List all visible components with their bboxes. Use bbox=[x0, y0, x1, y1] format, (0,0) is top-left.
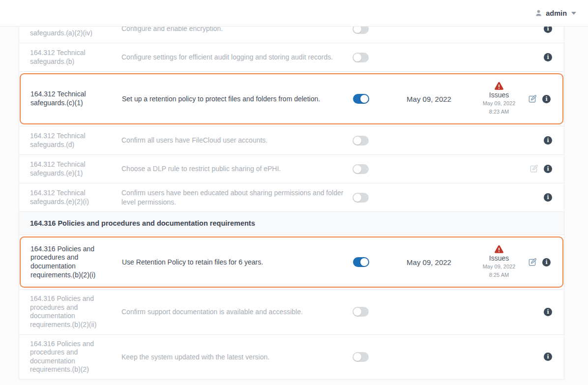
highlighted-row-wrap: 164.312 Technical safeguards.(c)(1)Set u… bbox=[19, 72, 564, 126]
toggle-knob bbox=[353, 353, 361, 361]
applied-date: May 09, 2022 bbox=[376, 258, 482, 267]
row-actions: i bbox=[516, 193, 564, 202]
issues-label: Issues bbox=[489, 91, 509, 99]
chevron-down-icon bbox=[571, 12, 576, 15]
toggle-cell bbox=[346, 94, 376, 104]
toggle-switch[interactable] bbox=[353, 27, 369, 34]
info-icon[interactable]: i bbox=[544, 136, 552, 145]
requirement-description: Set up a retention policy to protect fil… bbox=[122, 94, 346, 103]
issues-label: Issues bbox=[489, 254, 509, 262]
toggle-knob bbox=[353, 137, 361, 145]
info-icon[interactable]: i bbox=[544, 53, 552, 61]
table-row: 164.312 Technical safeguards.(c)(1)Set u… bbox=[20, 73, 563, 124]
toggle-cell bbox=[346, 257, 376, 267]
table-row: 164.316 Policies and procedures and docu… bbox=[19, 290, 564, 335]
requirement-id: 164.316 Policies and procedures and docu… bbox=[30, 295, 108, 329]
toggle-cell bbox=[345, 164, 376, 174]
toggle-knob bbox=[353, 27, 361, 33]
user-icon bbox=[535, 9, 542, 17]
applied-date: May 09, 2022 bbox=[376, 95, 482, 103]
table-row: 164.312 Technical safeguards.(d)Confirm … bbox=[19, 126, 564, 155]
section-header: 164.316 Policies and procedures and docu… bbox=[19, 212, 564, 235]
section-title: 164.316 Policies and procedures and docu… bbox=[30, 219, 255, 227]
warning-icon bbox=[494, 82, 504, 90]
toggle-knob bbox=[353, 194, 361, 202]
toggle-cell bbox=[345, 193, 376, 203]
table-row: 164.312 Technical safeguards.(e)(1)Choos… bbox=[19, 155, 564, 183]
row-actions: i bbox=[516, 258, 562, 267]
requirement-description: Confirm users have been educated about s… bbox=[121, 188, 345, 206]
requirement-description: Configure and enable encryption. bbox=[121, 27, 345, 33]
toggle-switch[interactable] bbox=[353, 307, 369, 317]
toggle-knob bbox=[360, 95, 368, 103]
toggle-switch[interactable] bbox=[353, 164, 369, 174]
info-icon[interactable]: i bbox=[544, 27, 552, 33]
row-actions: i bbox=[516, 27, 564, 33]
username: admin bbox=[546, 9, 567, 17]
compliance-table: 164.312 Technical safeguards.(a)(2)(iv)C… bbox=[19, 27, 564, 380]
table-row: 164.312 Technical safeguards.(e)(2)(i)Co… bbox=[19, 183, 564, 212]
issues-timestamp: May 09, 2022 8:25 AM bbox=[482, 263, 516, 279]
issues-timestamp: May 09, 2022 8:23 AM bbox=[482, 99, 516, 116]
requirement-id: 164.312 Technical safeguards.(e)(2)(i) bbox=[30, 189, 108, 206]
requirement-id: 164.312 Technical safeguards.(a)(2)(iv) bbox=[30, 27, 108, 37]
toggle-switch[interactable] bbox=[353, 352, 369, 362]
topbar: admin bbox=[0, 0, 588, 27]
toggle-knob bbox=[353, 165, 361, 173]
requirement-id: 164.312 Technical safeguards.(e)(1) bbox=[30, 160, 108, 178]
user-menu[interactable]: admin bbox=[535, 9, 576, 17]
warning-icon bbox=[494, 245, 504, 254]
toggle-knob bbox=[353, 54, 361, 61]
row-actions: i bbox=[516, 136, 564, 145]
table-row: 164.312 Technical safeguards.(b)Configur… bbox=[19, 43, 564, 72]
issues-cell: IssuesMay 09, 2022 8:25 AM bbox=[482, 245, 516, 279]
toggle-cell bbox=[345, 53, 376, 62]
toggle-cell bbox=[345, 27, 376, 34]
toggle-cell bbox=[345, 352, 376, 362]
toggle-switch[interactable] bbox=[353, 257, 369, 267]
requirement-description: Confirm support documentation is availab… bbox=[121, 307, 345, 316]
info-icon[interactable]: i bbox=[544, 308, 552, 316]
row-actions: i bbox=[516, 353, 564, 361]
toggle-cell bbox=[345, 136, 376, 146]
row-actions: i bbox=[516, 164, 564, 174]
requirement-description: Choose a DLP rule to restrict public sha… bbox=[121, 164, 345, 173]
issues-cell: IssuesMay 09, 2022 8:23 AM bbox=[482, 82, 516, 116]
row-actions: i bbox=[516, 308, 564, 316]
table-row: 164.316 Policies and procedures and docu… bbox=[20, 237, 563, 288]
requirement-id: 164.316 Policies and procedures and docu… bbox=[30, 245, 108, 280]
requirement-description: Confirm all users have FileCloud user ac… bbox=[121, 136, 345, 145]
table-row: 164.312 Technical safeguards.(a)(2)(iv)C… bbox=[19, 27, 564, 43]
toggle-switch[interactable] bbox=[353, 136, 369, 146]
requirement-id: 164.312 Technical safeguards.(c)(1) bbox=[30, 90, 108, 107]
edit-icon[interactable] bbox=[528, 94, 537, 104]
requirement-id: 164.312 Technical safeguards.(d) bbox=[30, 132, 108, 149]
toggle-knob bbox=[353, 308, 361, 316]
toggle-switch[interactable] bbox=[353, 94, 369, 104]
toggle-cell bbox=[345, 307, 376, 317]
requirement-description: Use Retention Policy to retain files for… bbox=[122, 258, 346, 267]
row-actions: i bbox=[516, 53, 564, 61]
row-actions: i bbox=[516, 94, 562, 104]
info-icon[interactable]: i bbox=[542, 95, 551, 103]
edit-icon[interactable] bbox=[528, 258, 537, 267]
info-icon[interactable]: i bbox=[544, 353, 552, 361]
info-icon[interactable]: i bbox=[544, 193, 552, 202]
toggle-knob bbox=[360, 258, 368, 266]
requirement-id: 164.316 Policies and procedures and docu… bbox=[30, 340, 108, 375]
requirement-id: 164.312 Technical safeguards.(b) bbox=[30, 49, 108, 66]
highlighted-row-wrap: 164.316 Policies and procedures and docu… bbox=[19, 235, 564, 290]
content-area: 164.312 Technical safeguards.(a)(2)(iv)C… bbox=[0, 27, 588, 385]
requirement-description: Keep the system updated with the latest … bbox=[121, 353, 345, 361]
table-row: 164.316 Policies and procedures and docu… bbox=[19, 335, 564, 380]
info-icon[interactable]: i bbox=[542, 258, 551, 267]
toggle-switch[interactable] bbox=[353, 193, 369, 203]
toggle-switch[interactable] bbox=[353, 53, 369, 62]
info-icon[interactable]: i bbox=[544, 165, 552, 173]
edit-icon bbox=[529, 164, 538, 174]
requirement-description: Configure settings for efficient audit l… bbox=[121, 53, 345, 61]
